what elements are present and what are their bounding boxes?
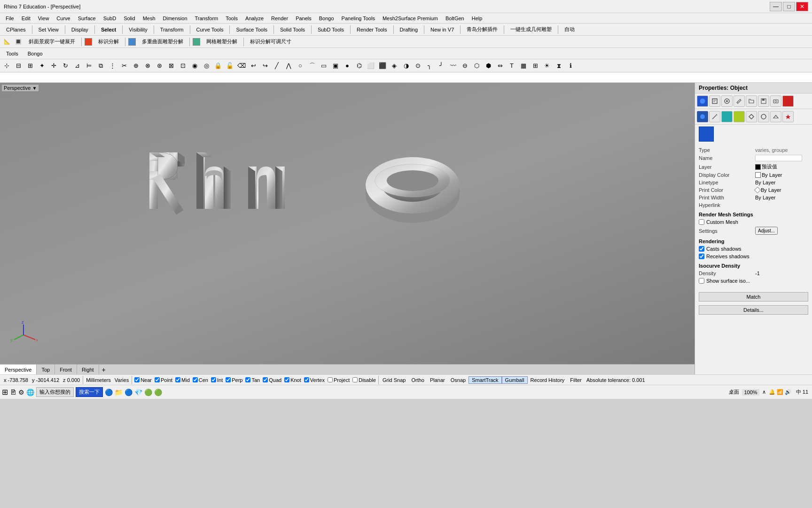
menu-mesh[interactable]: Mesh xyxy=(139,15,159,22)
planar-btn[interactable]: Planar xyxy=(427,377,448,383)
taskbar-icon-4[interactable]: 📁 xyxy=(115,389,123,396)
viewport[interactable]: Perspective ▼ xyxy=(0,83,695,364)
icon-chamfer[interactable]: ╯ xyxy=(436,60,447,71)
icon-explode[interactable]: ⊛ xyxy=(154,60,165,71)
icon-extract[interactable]: ⬢ xyxy=(483,60,494,71)
props-icon-teal[interactable] xyxy=(721,111,733,122)
snap-vertex[interactable]: Vertex xyxy=(303,377,326,383)
props-icon-circle2[interactable] xyxy=(758,111,769,122)
taskbar-icon-6[interactable]: 💎 xyxy=(134,389,142,396)
tb-bongo[interactable]: Bongo xyxy=(23,49,47,58)
icon-offset[interactable]: ⊙ xyxy=(412,60,423,71)
tb-qingdao[interactable]: 青岛分解插件 xyxy=(462,25,502,34)
casts-shadows-checkbox[interactable] xyxy=(699,246,704,252)
tb-new-v7[interactable]: New in V7 xyxy=(426,25,458,34)
tb-auto[interactable]: 自动 xyxy=(560,25,579,34)
tb-surface-tools[interactable]: Surface Tools xyxy=(232,25,271,34)
icon-fillet[interactable]: ╮ xyxy=(424,60,435,71)
icon-lock[interactable]: 🔒 xyxy=(212,60,224,71)
icon-cylinder[interactable]: ⌬ xyxy=(353,60,365,71)
tb-tools2[interactable]: Tools xyxy=(2,49,23,58)
icon-mirror[interactable]: ⊨ xyxy=(83,60,94,71)
icon-array[interactable]: ⋮ xyxy=(107,60,118,71)
snap-disable[interactable]: Disable xyxy=(351,377,377,383)
icon-scale[interactable]: ⊿ xyxy=(71,60,83,71)
props-icon-edit[interactable] xyxy=(734,95,745,107)
icon-join[interactable]: ⊗ xyxy=(142,60,153,71)
custom-mesh-checkbox[interactable] xyxy=(699,219,704,225)
icon-window-select[interactable]: ⊞ xyxy=(24,60,36,71)
tb-select[interactable]: Select xyxy=(97,25,120,34)
icon-unlock[interactable]: 🔓 xyxy=(224,60,235,71)
cn-biaoshi2[interactable]: 标识分解可调尺寸 xyxy=(246,37,296,47)
tb-transform[interactable]: Transform xyxy=(156,25,188,34)
menu-subd[interactable]: SubD xyxy=(100,15,120,22)
props-icon-open[interactable] xyxy=(746,95,757,107)
props-icon-star[interactable] xyxy=(782,111,794,122)
menu-bongo[interactable]: Bongo xyxy=(315,15,338,22)
snap-int[interactable]: Int xyxy=(210,377,224,383)
icon-text[interactable]: T xyxy=(506,60,517,71)
cn-xie-mian[interactable]: 斜面景观字一键展开 xyxy=(24,37,79,47)
menu-solid[interactable]: Solid xyxy=(120,15,139,22)
icon-lasso[interactable]: ⊟ xyxy=(13,60,24,71)
props-icon-camera[interactable] xyxy=(770,95,781,107)
tab-top[interactable]: Top xyxy=(37,365,55,374)
snap-quad[interactable]: Quad xyxy=(261,377,283,383)
show-surface-checkbox[interactable] xyxy=(699,278,704,284)
tb-cplanes[interactable]: CPlanes xyxy=(2,25,30,34)
menu-surface[interactable]: Surface xyxy=(74,15,100,22)
props-icon-active-blue[interactable] xyxy=(697,111,708,122)
icon-box[interactable]: ▣ xyxy=(330,60,341,71)
props-icon-material[interactable] xyxy=(697,95,708,107)
cn-btn-icon[interactable]: 🔳 xyxy=(13,38,23,45)
close-button[interactable]: ✕ xyxy=(796,2,808,11)
icon-line[interactable]: ╱ xyxy=(271,60,282,71)
tab-right[interactable]: Right xyxy=(77,365,99,374)
details-button[interactable]: Details... xyxy=(699,305,808,315)
tray-desktop[interactable]: 桌面 xyxy=(729,389,739,396)
props-icon-3d[interactable] xyxy=(770,111,781,122)
taskbar-icon-3[interactable]: 🔵 xyxy=(105,389,113,396)
icon-props[interactable]: ℹ xyxy=(565,60,576,71)
osnap-btn[interactable]: Osnap xyxy=(448,377,468,383)
taskbar-icon-7[interactable]: 🟢 xyxy=(144,389,152,396)
tb-solid-tools[interactable]: Solid Tools xyxy=(276,25,309,34)
icon-circle[interactable]: ○ xyxy=(295,60,306,71)
receives-shadows-checkbox[interactable] xyxy=(699,254,704,259)
menu-file[interactable]: File xyxy=(2,15,18,22)
icon-dimension[interactable]: ⇔ xyxy=(494,60,506,71)
tb-visibility[interactable]: Visibility xyxy=(125,25,152,34)
menu-panels[interactable]: Panels xyxy=(292,15,315,22)
icon-snap-grid[interactable]: ⊞ xyxy=(530,60,541,71)
grid-snap-btn[interactable]: Grid Snap xyxy=(380,377,409,383)
icon-revolve[interactable]: ◑ xyxy=(400,60,412,71)
menu-render[interactable]: Render xyxy=(267,15,292,22)
search-input-box[interactable]: 输入你想搜的 xyxy=(36,387,74,397)
adjust-button[interactable]: Adjust... xyxy=(755,227,778,235)
minimize-button[interactable]: — xyxy=(770,2,782,11)
icon-sweep[interactable]: ◈ xyxy=(389,60,400,71)
taskbar-icon-1[interactable]: 🖹 xyxy=(10,389,16,396)
snap-tan[interactable]: Tan xyxy=(244,377,261,383)
icon-arc[interactable]: ⌒ xyxy=(306,60,318,71)
tb-setview[interactable]: Set View xyxy=(34,25,63,34)
gumball-btn[interactable]: Gumball xyxy=(502,376,528,384)
command-input[interactable] xyxy=(2,75,143,80)
menu-boltgen[interactable]: BoltGen xyxy=(442,15,468,22)
taskbar-icon-8[interactable]: 🟢 xyxy=(154,389,162,396)
icon-boolean[interactable]: ⊖ xyxy=(459,60,470,71)
icon-sphere[interactable]: ● xyxy=(342,60,353,71)
record-history-btn[interactable]: Record History xyxy=(528,377,568,383)
cn-biaoshi[interactable]: 标识分解 xyxy=(94,37,123,47)
props-icon-red[interactable] xyxy=(782,95,794,107)
icon-hide[interactable]: ◉ xyxy=(189,60,200,71)
icon-blend[interactable]: 〰 xyxy=(447,60,459,71)
menu-paneling-tools[interactable]: Paneling Tools xyxy=(338,15,379,22)
menu-view[interactable]: View xyxy=(34,15,53,22)
taskbar-icon-2[interactable]: ⚙ xyxy=(18,389,24,396)
start-button[interactable]: ⊞ xyxy=(2,388,8,397)
ortho-btn[interactable]: Ortho xyxy=(408,377,427,383)
icon-ungroup[interactable]: ⊡ xyxy=(177,60,188,71)
icon-split[interactable]: ⊕ xyxy=(130,60,141,71)
